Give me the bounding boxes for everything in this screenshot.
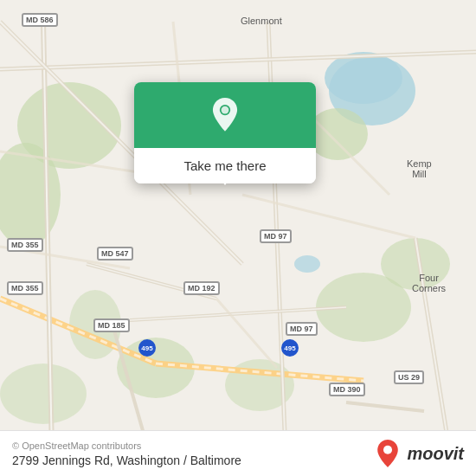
- road-badge-md192: MD 192: [183, 281, 220, 295]
- road-badge-md185: MD 185: [93, 318, 130, 332]
- place-kemp-mill: KempMill: [407, 158, 432, 179]
- place-four-corners: FourCorners: [412, 273, 446, 293]
- address-text: 2799 Jennings Rd, Washington / Baltimore: [12, 453, 241, 467]
- map-attribution: © OpenStreetMap contributors: [12, 441, 241, 451]
- svg-line-37: [216, 299, 277, 368]
- road-badge-md547: MD 547: [97, 247, 133, 261]
- road-badge-md355-2: MD 355: [7, 281, 43, 295]
- place-glenmont: Glenmont: [241, 16, 282, 26]
- road-badge-md97-2: MD 97: [286, 322, 318, 336]
- road-badge-md390: MD 390: [329, 383, 365, 396]
- svg-point-3: [307, 108, 368, 160]
- road-badge-i495-2: 495: [281, 339, 299, 357]
- road-badge-i495-1: 495: [138, 339, 156, 357]
- moovit-icon: [374, 440, 402, 467]
- location-pin-icon: [206, 98, 244, 136]
- svg-point-11: [294, 255, 320, 273]
- svg-line-27: [130, 307, 346, 320]
- road-badge-md97-1: MD 97: [260, 229, 292, 243]
- svg-line-31: [346, 402, 424, 411]
- map-roads: [0, 0, 476, 476]
- bottom-bar: © OpenStreetMap contributors 2799 Jennin…: [0, 430, 476, 476]
- svg-point-40: [383, 446, 392, 454]
- moovit-logo: moovit: [374, 440, 464, 467]
- popup-tail: [215, 171, 235, 185]
- map-container: MD 586 MD 355 MD 355 MD 547 MD 185 MD 97…: [0, 0, 476, 476]
- svg-point-9: [0, 363, 87, 424]
- svg-line-21: [0, 52, 476, 69]
- svg-point-10: [325, 52, 402, 104]
- road-badge-md355-1: MD 355: [7, 238, 43, 252]
- popup-header: [134, 82, 316, 148]
- popup-card: Take me there: [134, 82, 316, 183]
- moovit-brand-text: moovit: [407, 444, 464, 464]
- road-badge-md586: MD 586: [22, 13, 58, 27]
- svg-point-39: [222, 106, 229, 114]
- road-badge-us29: US 29: [394, 370, 424, 384]
- address-section: © OpenStreetMap contributors 2799 Jennin…: [12, 441, 241, 467]
